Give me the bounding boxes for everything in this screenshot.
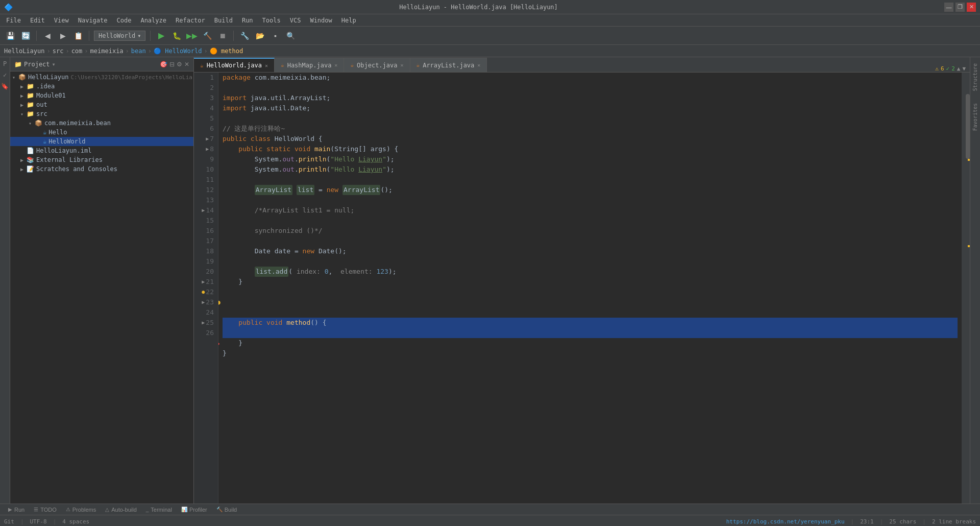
fold8[interactable]: ▶ [206, 144, 209, 154]
layout-button[interactable]: ▪ [269, 30, 281, 42]
tree-item-module01[interactable]: ▶ 📁 Module01 [10, 91, 193, 100]
problems-button[interactable]: ⚠ Problems [62, 505, 100, 514]
breadcrumb-helloliayun[interactable]: HelloLiayun [4, 47, 44, 55]
tab-arraylist[interactable]: ☕ ArrayList.java ✕ [410, 58, 487, 72]
build-project-button[interactable]: 🔨 [201, 30, 213, 42]
forward-button[interactable]: ▶ [57, 30, 69, 42]
search-everywhere-button[interactable]: 🔍 [284, 30, 297, 42]
minimize-button[interactable]: — [944, 3, 953, 12]
scroll-thumb[interactable] [966, 94, 970, 159]
ln16: 16 [196, 226, 214, 236]
breadcrumb-bean[interactable]: bean [131, 47, 146, 55]
kw-public8: public [238, 144, 266, 154]
warning-icon: ⚠ [935, 65, 939, 72]
breadcrumb-method[interactable]: 🟠 method [210, 47, 243, 55]
indent-label[interactable]: 4 spaces [62, 518, 89, 525]
fold14[interactable]: ▶ [202, 205, 205, 216]
helloworld-tab-label: HelloWorld.java [207, 62, 262, 69]
git-status[interactable]: Git [4, 518, 14, 525]
favorites-panel-button[interactable]: Favorites [971, 97, 979, 137]
menu-build[interactable]: Build [210, 16, 237, 25]
menu-navigate[interactable]: Navigate [74, 16, 112, 25]
project-dropdown[interactable]: HelloWorld ▾ [94, 31, 145, 41]
hashmap-tab-close[interactable]: ✕ [334, 62, 337, 68]
breadcrumb-meimeixia[interactable]: meimeixia [90, 47, 124, 55]
close-panel-button[interactable]: ✕ [184, 61, 189, 68]
module01-folder-icon: 📁 [27, 92, 34, 99]
recent-files-button[interactable]: 📋 [72, 30, 84, 42]
scroll-down-btn[interactable]: ▼ [962, 65, 966, 72]
menu-refactor[interactable]: Refactor [172, 16, 209, 25]
menu-window[interactable]: Window [306, 16, 336, 25]
menu-file[interactable]: File [2, 16, 25, 25]
todo-button[interactable]: ☰ TODO [30, 505, 61, 514]
run-button[interactable]: ▶ [155, 30, 167, 42]
indent18 [223, 246, 255, 256]
breadcrumb-helloworld[interactable]: 🔵 HelloWorld [154, 47, 202, 55]
stop-button[interactable]: ⏹ [216, 30, 229, 42]
indent21 [223, 277, 238, 287]
bookmarks-icon[interactable]: 🔖 [0, 82, 10, 91]
menu-code[interactable]: Code [113, 16, 136, 25]
profiler-button[interactable]: 📊 Profiler [177, 505, 211, 514]
sdk-settings-button[interactable]: 🔧 [238, 30, 251, 42]
tab-hashmap[interactable]: ☕ HashMap.java ✕ [275, 58, 344, 72]
menu-help[interactable]: Help [337, 16, 360, 25]
arraylist-tab-close[interactable]: ✕ [477, 62, 480, 68]
structure-button[interactable]: 📂 [254, 30, 266, 42]
commit-icon[interactable]: ✓ [2, 70, 8, 80]
build-toolbar-button[interactable]: 🔨 Build [212, 505, 241, 514]
object-tab-close[interactable]: ✕ [401, 62, 404, 68]
tree-item-root[interactable]: ▾ 📦 HelloLiayun C:\Users\32120\IdeaProje… [10, 73, 193, 82]
tree-item-package[interactable]: ▾ 📦 com.meimeixia.bean [10, 118, 193, 128]
menu-view[interactable]: View [50, 16, 73, 25]
menu-analyze[interactable]: Analyze [136, 16, 170, 25]
comment14: /*ArrayList list1 = null; [255, 205, 355, 216]
tree-item-out[interactable]: ▶ 📁 out [10, 100, 193, 109]
code-editor[interactable]: package com.meimeixia.bean; import java.… [218, 73, 962, 504]
fold25[interactable]: ▶ [202, 318, 205, 328]
profiler-label: Profiler [189, 507, 207, 513]
menu-run[interactable]: Run [238, 16, 257, 25]
encoding-label[interactable]: UTF-8 [30, 518, 47, 525]
fold21[interactable]: ▶ [202, 277, 205, 287]
scroll-up-btn[interactable]: ▲ [957, 65, 961, 72]
run-toolbar-button[interactable]: ▶ Run [4, 505, 29, 514]
tree-item-idea[interactable]: ▶ 📁 .idea [10, 82, 193, 91]
tree-item-scratches[interactable]: ▶ 📝 Scratches and Consoles [10, 164, 193, 174]
menu-tools[interactable]: Tools [258, 16, 285, 25]
bottom-toolbar: ▶ Run ☰ TODO ⚠ Problems △ Auto-build _ T… [0, 504, 980, 515]
sync-button[interactable]: 🔄 [19, 30, 32, 42]
project-settings-button[interactable]: ⚙ [177, 61, 182, 68]
tree-item-iml[interactable]: ▶ 📄 HelloLiayun.iml [10, 146, 193, 155]
tree-item-helloworld[interactable]: ▶ ☕ HelloWorld [10, 137, 193, 146]
kw-package: package [223, 73, 255, 83]
status-url[interactable]: https://blog.csdn.net/yerenyuan_pku [726, 518, 845, 525]
editor-scrollbar-gutter [962, 73, 970, 504]
fold23[interactable]: ▶ [202, 297, 205, 307]
tree-item-hello[interactable]: ▶ ☕ Hello [10, 128, 193, 137]
helloworld-tab-close[interactable]: ✕ [265, 63, 268, 68]
tab-helloworld[interactable]: ☕ HelloWorld.java ✕ [194, 58, 275, 72]
titlebar-controls[interactable]: — ❐ ✕ [944, 3, 976, 12]
scroll-to-source-button[interactable]: 🎯 [160, 61, 167, 68]
close-button[interactable]: ✕ [967, 3, 976, 12]
back-button[interactable]: ◀ [41, 30, 54, 42]
tree-item-src[interactable]: ▾ 📁 src [10, 109, 193, 118]
structure-panel-button[interactable]: Structure [971, 57, 979, 97]
project-icon[interactable]: P [2, 59, 8, 68]
save-all-button[interactable]: 💾 [4, 30, 16, 42]
breadcrumb-src[interactable]: src [53, 47, 64, 55]
run-with-coverage-button[interactable]: ▶▶ [186, 30, 198, 42]
menu-edit[interactable]: Edit [26, 16, 49, 25]
fold7[interactable]: ▶ [206, 134, 209, 144]
terminal-button[interactable]: _ Terminal [142, 505, 176, 514]
menu-vcs[interactable]: VCS [286, 16, 305, 25]
breadcrumb-com[interactable]: com [71, 47, 83, 55]
maximize-button[interactable]: ❐ [955, 3, 965, 12]
tab-object[interactable]: ☕ Object.java ✕ [344, 58, 410, 72]
tree-item-extlib[interactable]: ▶ 📚 External Libraries [10, 155, 193, 164]
auto-build-button[interactable]: △ Auto-build [101, 505, 141, 514]
debug-button[interactable]: 🐛 [170, 30, 183, 42]
collapse-all-button[interactable]: ⊟ [169, 61, 175, 68]
